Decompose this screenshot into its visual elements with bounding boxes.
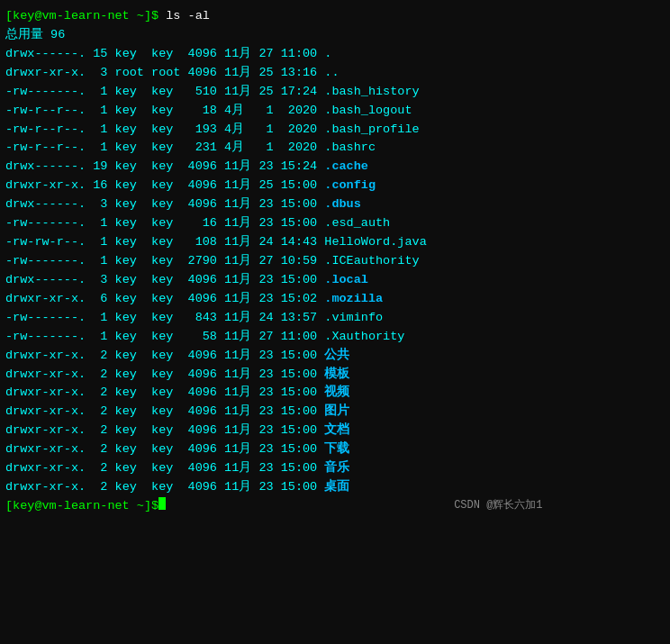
file-time: 15:02 (281, 290, 325, 309)
file-row: drwx------. 15 key key 4096 11月 27 11:00… (5, 45, 665, 64)
file-time: 13:57 (281, 309, 325, 328)
file-size: 4096 (188, 271, 225, 290)
file-row: drwxr-xr-x. 2 key key 4096 11月 23 15:00 … (5, 422, 665, 440)
file-size: 4096 (188, 64, 225, 83)
file-row: drwxr-xr-x. 2 key key 4096 11月 23 15:00 … (5, 440, 665, 459)
file-month: 11月 (224, 403, 258, 422)
file-size: 4096 (188, 45, 225, 64)
file-day: 23 (258, 478, 280, 497)
file-links: 2 (86, 478, 114, 497)
file-size: 4096 (188, 366, 225, 385)
file-time: 15:00 (281, 403, 325, 422)
file-group: key (151, 139, 188, 158)
file-group: key (151, 440, 188, 459)
file-day: 25 (258, 83, 280, 102)
file-group: root (151, 64, 188, 83)
file-group: key (151, 422, 188, 440)
file-month: 11月 (224, 177, 258, 195)
file-perm: -rw-rw-r--. (5, 233, 86, 252)
file-size: 4096 (188, 347, 225, 366)
file-day: 23 (258, 158, 280, 177)
file-month: 4月 (224, 139, 258, 158)
file-size: 231 (188, 139, 225, 158)
total-line: 总用量 96 (5, 26, 665, 45)
file-name: .cache (324, 158, 368, 177)
file-name: .esd_auth (324, 214, 390, 233)
file-name: .dbus (324, 195, 361, 214)
file-size: 510 (188, 83, 225, 102)
file-links: 1 (86, 102, 114, 121)
file-group: key (151, 403, 188, 422)
file-name: 公共 (324, 347, 349, 366)
file-size: 4096 (188, 478, 225, 497)
file-owner: key (115, 347, 152, 366)
file-day: 27 (258, 252, 280, 271)
file-row: -rw-r--r--. 1 key key 231 4月 1 2020 .bas… (5, 139, 665, 158)
file-perm: drwxr-xr-x. (5, 177, 86, 195)
file-owner: key (115, 158, 152, 177)
file-group: key (151, 366, 188, 385)
file-perm: drwxr-xr-x. (5, 64, 86, 83)
file-time: 15:00 (281, 366, 325, 385)
file-links: 19 (86, 158, 114, 177)
file-row: -rw-------. 1 key key 2790 11月 27 10:59 … (5, 252, 665, 271)
file-time: 13:16 (281, 64, 325, 83)
file-name: .Xauthority (324, 328, 404, 347)
file-group: key (151, 45, 188, 64)
file-time: 15:24 (281, 158, 325, 177)
file-group: key (151, 195, 188, 214)
file-row: -rw-r--r--. 1 key key 18 4月 1 2020 .bash… (5, 102, 665, 121)
file-month: 11月 (224, 252, 258, 271)
file-time: 15:00 (281, 347, 325, 366)
file-perm: drwxr-xr-x. (5, 403, 86, 422)
file-name: . (324, 45, 331, 64)
file-owner: key (115, 121, 152, 140)
file-day: 23 (258, 422, 280, 440)
file-time: 15:00 (281, 271, 325, 290)
file-group: key (151, 347, 188, 366)
file-month: 11月 (224, 422, 258, 440)
terminal-window: [key@vm-learn-net ~]$ ls -al 总用量 96 drwx… (0, 0, 670, 644)
file-month: 11月 (224, 478, 258, 497)
file-group: key (151, 252, 188, 271)
file-owner: key (115, 139, 152, 158)
file-month: 11月 (224, 45, 258, 64)
file-size: 4096 (188, 195, 225, 214)
file-links: 2 (86, 384, 114, 403)
file-links: 2 (86, 403, 114, 422)
file-time: 17:24 (281, 83, 325, 102)
file-row: drwx------. 19 key key 4096 11月 23 15:24… (5, 158, 665, 177)
file-day: 23 (258, 440, 280, 459)
file-perm: -rw-------. (5, 328, 86, 347)
file-size: 58 (188, 328, 225, 347)
file-owner: key (115, 233, 152, 252)
file-name: 桌面 (324, 478, 349, 497)
file-size: 4096 (188, 384, 225, 403)
file-day: 27 (258, 45, 280, 64)
file-time: 2020 (281, 139, 325, 158)
file-links: 1 (86, 309, 114, 328)
file-day: 23 (258, 271, 280, 290)
file-group: key (151, 214, 188, 233)
file-size: 4096 (188, 158, 225, 177)
file-owner: key (115, 366, 152, 385)
file-name: .local (324, 271, 368, 290)
file-group: key (151, 271, 188, 290)
file-name: .bash_logout (324, 102, 412, 121)
file-day: 1 (258, 102, 280, 121)
file-time: 10:59 (281, 252, 325, 271)
file-perm: drwxr-xr-x. (5, 290, 86, 309)
file-links: 3 (86, 195, 114, 214)
file-day: 25 (258, 64, 280, 83)
file-row: drwx------. 3 key key 4096 11月 23 15:00 … (5, 195, 665, 214)
file-links: 2 (86, 422, 114, 440)
file-row: drwxr-xr-x. 2 key key 4096 11月 23 15:00 … (5, 403, 665, 422)
file-row: -rw-------. 1 key key 58 11月 27 11:00 .X… (5, 328, 665, 347)
file-day: 24 (258, 233, 280, 252)
next-prompt-line: [key@vm-learn-net ~]$ CSDN @辉长六加1 (5, 497, 665, 516)
file-perm: -rw-------. (5, 214, 86, 233)
file-name: 图片 (324, 403, 349, 422)
file-name: HelloWord.java (324, 233, 426, 252)
file-group: key (151, 233, 188, 252)
file-owner: key (115, 290, 152, 309)
